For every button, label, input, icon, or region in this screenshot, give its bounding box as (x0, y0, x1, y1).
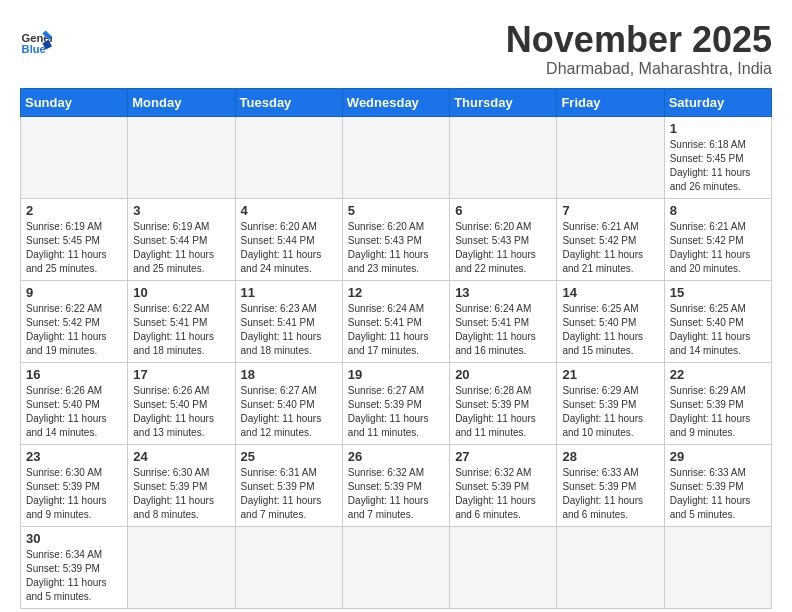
calendar-cell: 27Sunrise: 6:32 AMSunset: 5:39 PMDayligh… (450, 444, 557, 526)
header: General Blue November 2025 Dharmabad, Ma… (20, 20, 772, 78)
weekday-header-saturday: Saturday (664, 88, 771, 116)
calendar-cell: 2Sunrise: 6:19 AMSunset: 5:45 PMDaylight… (21, 198, 128, 280)
calendar-week-2: 2Sunrise: 6:19 AMSunset: 5:45 PMDaylight… (21, 198, 772, 280)
calendar-cell: 25Sunrise: 6:31 AMSunset: 5:39 PMDayligh… (235, 444, 342, 526)
day-number: 26 (348, 449, 444, 464)
weekday-header-monday: Monday (128, 88, 235, 116)
calendar-cell: 20Sunrise: 6:28 AMSunset: 5:39 PMDayligh… (450, 362, 557, 444)
calendar-week-4: 16Sunrise: 6:26 AMSunset: 5:40 PMDayligh… (21, 362, 772, 444)
calendar-cell: 12Sunrise: 6:24 AMSunset: 5:41 PMDayligh… (342, 280, 449, 362)
calendar-week-1: 1Sunrise: 6:18 AMSunset: 5:45 PMDaylight… (21, 116, 772, 198)
day-info: Sunrise: 6:33 AMSunset: 5:39 PMDaylight:… (670, 466, 766, 522)
calendar-cell: 24Sunrise: 6:30 AMSunset: 5:39 PMDayligh… (128, 444, 235, 526)
day-number: 3 (133, 203, 229, 218)
day-number: 29 (670, 449, 766, 464)
calendar-cell: 19Sunrise: 6:27 AMSunset: 5:39 PMDayligh… (342, 362, 449, 444)
day-info: Sunrise: 6:20 AMSunset: 5:43 PMDaylight:… (455, 220, 551, 276)
day-info: Sunrise: 6:24 AMSunset: 5:41 PMDaylight:… (455, 302, 551, 358)
day-number: 1 (670, 121, 766, 136)
subtitle: Dharmabad, Maharashtra, India (506, 60, 772, 78)
day-number: 23 (26, 449, 122, 464)
day-info: Sunrise: 6:32 AMSunset: 5:39 PMDaylight:… (348, 466, 444, 522)
day-info: Sunrise: 6:33 AMSunset: 5:39 PMDaylight:… (562, 466, 658, 522)
day-info: Sunrise: 6:20 AMSunset: 5:44 PMDaylight:… (241, 220, 337, 276)
title-area: November 2025 Dharmabad, Maharashtra, In… (506, 20, 772, 78)
day-number: 7 (562, 203, 658, 218)
day-number: 8 (670, 203, 766, 218)
calendar-cell (557, 526, 664, 608)
calendar-cell: 18Sunrise: 6:27 AMSunset: 5:40 PMDayligh… (235, 362, 342, 444)
logo-icon: General Blue (20, 24, 52, 56)
calendar-cell: 22Sunrise: 6:29 AMSunset: 5:39 PMDayligh… (664, 362, 771, 444)
calendar-cell: 15Sunrise: 6:25 AMSunset: 5:40 PMDayligh… (664, 280, 771, 362)
day-info: Sunrise: 6:25 AMSunset: 5:40 PMDaylight:… (670, 302, 766, 358)
calendar-cell: 30Sunrise: 6:34 AMSunset: 5:39 PMDayligh… (21, 526, 128, 608)
calendar-cell: 14Sunrise: 6:25 AMSunset: 5:40 PMDayligh… (557, 280, 664, 362)
calendar-cell: 10Sunrise: 6:22 AMSunset: 5:41 PMDayligh… (128, 280, 235, 362)
calendar-cell (450, 526, 557, 608)
day-number: 22 (670, 367, 766, 382)
calendar-cell: 11Sunrise: 6:23 AMSunset: 5:41 PMDayligh… (235, 280, 342, 362)
day-info: Sunrise: 6:22 AMSunset: 5:41 PMDaylight:… (133, 302, 229, 358)
day-number: 10 (133, 285, 229, 300)
day-info: Sunrise: 6:18 AMSunset: 5:45 PMDaylight:… (670, 138, 766, 194)
weekday-header-tuesday: Tuesday (235, 88, 342, 116)
calendar-cell (128, 116, 235, 198)
calendar-cell: 6Sunrise: 6:20 AMSunset: 5:43 PMDaylight… (450, 198, 557, 280)
day-number: 27 (455, 449, 551, 464)
day-info: Sunrise: 6:20 AMSunset: 5:43 PMDaylight:… (348, 220, 444, 276)
day-info: Sunrise: 6:28 AMSunset: 5:39 PMDaylight:… (455, 384, 551, 440)
day-number: 14 (562, 285, 658, 300)
calendar-cell: 13Sunrise: 6:24 AMSunset: 5:41 PMDayligh… (450, 280, 557, 362)
day-number: 21 (562, 367, 658, 382)
calendar-cell: 17Sunrise: 6:26 AMSunset: 5:40 PMDayligh… (128, 362, 235, 444)
calendar-cell: 9Sunrise: 6:22 AMSunset: 5:42 PMDaylight… (21, 280, 128, 362)
day-info: Sunrise: 6:34 AMSunset: 5:39 PMDaylight:… (26, 548, 122, 604)
day-info: Sunrise: 6:25 AMSunset: 5:40 PMDaylight:… (562, 302, 658, 358)
calendar-cell (235, 526, 342, 608)
svg-text:Blue: Blue (22, 43, 46, 55)
day-info: Sunrise: 6:30 AMSunset: 5:39 PMDaylight:… (133, 466, 229, 522)
day-number: 25 (241, 449, 337, 464)
calendar-cell (342, 526, 449, 608)
day-number: 9 (26, 285, 122, 300)
day-info: Sunrise: 6:19 AMSunset: 5:44 PMDaylight:… (133, 220, 229, 276)
calendar-cell: 26Sunrise: 6:32 AMSunset: 5:39 PMDayligh… (342, 444, 449, 526)
calendar-cell (235, 116, 342, 198)
day-number: 16 (26, 367, 122, 382)
day-info: Sunrise: 6:27 AMSunset: 5:39 PMDaylight:… (348, 384, 444, 440)
calendar-cell: 29Sunrise: 6:33 AMSunset: 5:39 PMDayligh… (664, 444, 771, 526)
calendar-cell: 16Sunrise: 6:26 AMSunset: 5:40 PMDayligh… (21, 362, 128, 444)
calendar-week-6: 30Sunrise: 6:34 AMSunset: 5:39 PMDayligh… (21, 526, 772, 608)
calendar-week-3: 9Sunrise: 6:22 AMSunset: 5:42 PMDaylight… (21, 280, 772, 362)
day-number: 18 (241, 367, 337, 382)
day-number: 11 (241, 285, 337, 300)
calendar-cell: 23Sunrise: 6:30 AMSunset: 5:39 PMDayligh… (21, 444, 128, 526)
day-number: 19 (348, 367, 444, 382)
day-info: Sunrise: 6:21 AMSunset: 5:42 PMDaylight:… (670, 220, 766, 276)
calendar-cell: 7Sunrise: 6:21 AMSunset: 5:42 PMDaylight… (557, 198, 664, 280)
day-info: Sunrise: 6:26 AMSunset: 5:40 PMDaylight:… (133, 384, 229, 440)
day-number: 15 (670, 285, 766, 300)
calendar-cell (128, 526, 235, 608)
day-info: Sunrise: 6:19 AMSunset: 5:45 PMDaylight:… (26, 220, 122, 276)
calendar-cell: 1Sunrise: 6:18 AMSunset: 5:45 PMDaylight… (664, 116, 771, 198)
day-number: 13 (455, 285, 551, 300)
day-number: 17 (133, 367, 229, 382)
day-number: 4 (241, 203, 337, 218)
day-info: Sunrise: 6:21 AMSunset: 5:42 PMDaylight:… (562, 220, 658, 276)
day-number: 5 (348, 203, 444, 218)
calendar-cell: 8Sunrise: 6:21 AMSunset: 5:42 PMDaylight… (664, 198, 771, 280)
calendar-cell: 5Sunrise: 6:20 AMSunset: 5:43 PMDaylight… (342, 198, 449, 280)
weekday-header-wednesday: Wednesday (342, 88, 449, 116)
calendar-cell: 4Sunrise: 6:20 AMSunset: 5:44 PMDaylight… (235, 198, 342, 280)
calendar: SundayMondayTuesdayWednesdayThursdayFrid… (20, 88, 772, 609)
day-info: Sunrise: 6:27 AMSunset: 5:40 PMDaylight:… (241, 384, 337, 440)
weekday-header-friday: Friday (557, 88, 664, 116)
day-number: 6 (455, 203, 551, 218)
day-number: 2 (26, 203, 122, 218)
day-info: Sunrise: 6:30 AMSunset: 5:39 PMDaylight:… (26, 466, 122, 522)
day-info: Sunrise: 6:29 AMSunset: 5:39 PMDaylight:… (562, 384, 658, 440)
day-info: Sunrise: 6:31 AMSunset: 5:39 PMDaylight:… (241, 466, 337, 522)
calendar-cell (21, 116, 128, 198)
